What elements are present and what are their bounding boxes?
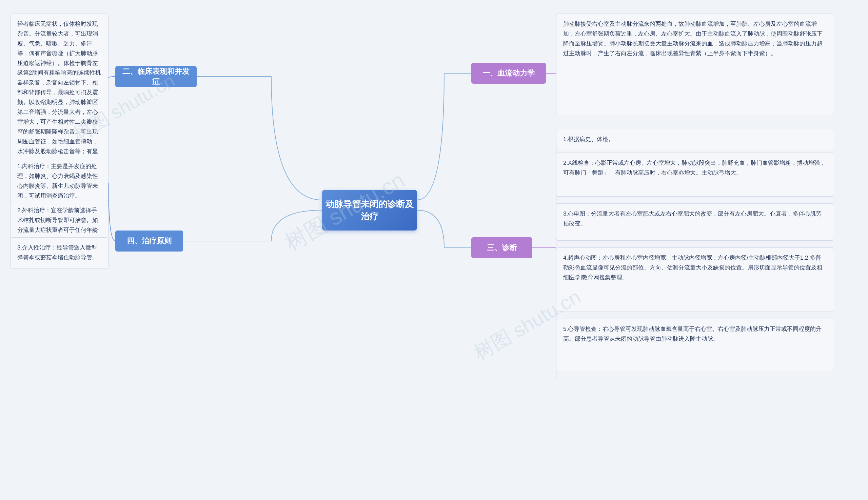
text-treat-3-content: 3.介入性治疗：经导管送入微型弹簧伞或蘑菇伞堵住动脉导管。: [17, 245, 98, 261]
mind-map: 动脉导管未闭的诊断及 治疗 一、血流动力学 三、诊断 二、临床表现和并发症 四、…: [0, 0, 868, 500]
branch-hemodynamics: 一、血流动力学: [471, 63, 546, 84]
branch-diagnosis: 三、诊断: [471, 237, 532, 258]
text-hemodynamics-content: 肺动脉接受右心室及主动脉分流来的两处血，故肺动脉血流增加，至肺脏、左心房及左心室…: [563, 21, 823, 57]
branch-clinical: 二、临床表现和并发症: [115, 66, 197, 87]
branch-treatment-label: 四、治疗原则: [127, 236, 171, 246]
text-diag-4: 4.超声心动图：左心房和左心室内径增宽、主动脉内径增宽，左心房内径/主动脉根部内…: [556, 248, 834, 312]
branch-diagnosis-label: 三、诊断: [487, 243, 517, 253]
text-treat-3: 3.介入性治疗：经导管送入微型弹簧伞或蘑菇伞堵住动脉导管。: [10, 237, 109, 269]
text-treat-1: 1.内科治疗：主要是并发症的处理，如肺炎、心力衰竭及感染性心内膜炎等。新生儿动脉…: [10, 156, 109, 207]
text-diag-3: 3.心电图：分流量大者有左心室肥大或左右心室肥大的改变，部分有左心房肥大。心衰者…: [556, 203, 834, 241]
text-diag-5-content: 5.心导管检查：右心导管可发现肺动脉血氧含量高于右心室。右心室及肺动脉压力正常或…: [563, 326, 822, 342]
branch-clinical-label: 二、临床表现和并发症: [121, 66, 191, 87]
branch-treatment: 四、治疗原则: [115, 230, 183, 251]
text-diag-1: 1.根据病史、体检。: [556, 129, 834, 150]
text-diag-5: 5.心导管检查：右心导管可发现肺动脉血氧含量高于右心室。右心室及肺动脉压力正常或…: [556, 319, 834, 371]
text-diag-1-content: 1.根据病史、体检。: [563, 136, 614, 143]
text-diag-2-content: 2.X线检查：心影正常或左心房、左心室增大，肺动脉段突出，肺野充血，肺门血管影增…: [563, 160, 826, 176]
text-treat-1-content: 1.内科治疗：主要是并发症的处理，如肺炎、心力衰竭及感染性心内膜炎等。新生儿动脉…: [17, 163, 98, 199]
text-hemodynamics: 肺动脉接受右心室及主动脉分流来的两处血，故肺动脉血流增加，至肺脏、左心房及左心室…: [556, 13, 834, 115]
central-node: 动脉导管未闭的诊断及 治疗: [322, 190, 417, 230]
branch-hemodynamics-label: 一、血流动力学: [483, 68, 535, 78]
text-diag-4-content: 4.超声心动图：左心房和左心室内径增宽、主动脉内径增宽，左心房内径/主动脉根部内…: [563, 254, 823, 281]
text-diag-3-content: 3.心电图：分流量大者有左心室肥大或左右心室肥大的改变，部分有左心房肥大。心衰者…: [563, 211, 822, 227]
text-diag-2: 2.X线检查：心影正常或左心房、左心室增大，肺动脉段突出，肺野充血，肺门血管影增…: [556, 152, 834, 197]
central-label: 动脉导管未闭的诊断及 治疗: [326, 198, 414, 223]
